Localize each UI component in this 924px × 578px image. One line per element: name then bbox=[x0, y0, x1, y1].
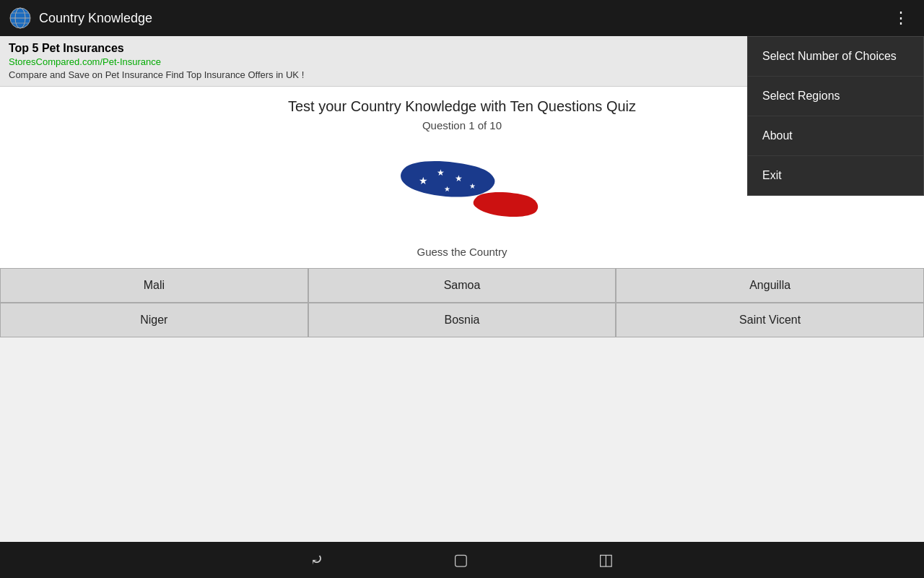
answer-bosnia[interactable]: Bosnia bbox=[308, 303, 616, 337]
answer-anguilla[interactable]: Anguilla bbox=[616, 268, 924, 303]
quiz-title: Test your Country Knowledge with Ten Que… bbox=[288, 98, 636, 115]
answer-saint-vicent[interactable]: Saint Vicent bbox=[616, 303, 924, 337]
app-title: Country Knowledge bbox=[39, 11, 152, 26]
svg-text:★: ★ bbox=[469, 182, 476, 190]
answer-mali[interactable]: Mali bbox=[0, 268, 308, 303]
home-nav-icon[interactable]: ▢ bbox=[453, 551, 468, 569]
dropdown-menu: Select Number of Choices Select Regions … bbox=[747, 36, 924, 196]
topbar-left: Country Knowledge bbox=[9, 7, 152, 30]
country-shape-svg: ★ ★ ★ ★ ★ bbox=[354, 143, 570, 237]
globe-icon bbox=[9, 7, 32, 30]
dropdown-select-regions[interactable]: Select Regions bbox=[748, 77, 923, 116]
country-shape-area: ★ ★ ★ ★ ★ bbox=[354, 143, 570, 237]
dropdown-about[interactable]: About bbox=[748, 116, 923, 156]
overflow-menu-button[interactable]: ⋮ bbox=[887, 6, 915, 30]
bottom-nav: ⤾ ▢ ◫ bbox=[0, 542, 924, 578]
svg-text:★: ★ bbox=[419, 175, 428, 186]
svg-text:★: ★ bbox=[444, 185, 450, 193]
answer-samoa[interactable]: Samoa bbox=[308, 268, 616, 303]
answer-niger[interactable]: Niger bbox=[0, 303, 308, 337]
dropdown-select-number[interactable]: Select Number of Choices bbox=[748, 37, 923, 77]
back-nav-icon[interactable]: ⤾ bbox=[310, 551, 323, 569]
svg-text:★: ★ bbox=[455, 173, 463, 184]
question-progress: Question 1 of 10 bbox=[422, 119, 502, 131]
svg-text:★: ★ bbox=[437, 168, 445, 178]
answers-grid: Mali Samoa Anguilla Niger Bosnia Saint V… bbox=[0, 268, 924, 337]
ad-link[interactable]: StoresCompared.com/Pet-Insurance bbox=[9, 56, 161, 67]
recents-nav-icon[interactable]: ◫ bbox=[598, 551, 614, 569]
top-bar: Country Knowledge ⋮ bbox=[0, 0, 924, 36]
dropdown-exit[interactable]: Exit bbox=[748, 156, 923, 195]
guess-label: Guess the Country bbox=[417, 246, 507, 258]
